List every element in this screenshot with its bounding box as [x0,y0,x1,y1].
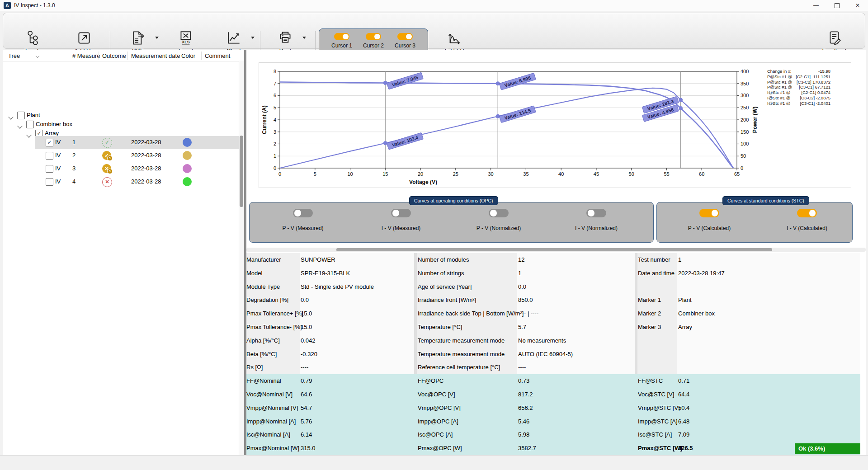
feedback-icon [826,29,844,47]
curve-switch-pvnormalized[interactable]: P - V (Normalized) [474,209,524,231]
info-label: Irradiance back side Top | Bottom [W/m²] [418,310,524,317]
tree-row-iv-4[interactable]: IV4✕2022-03-28 [3,175,241,188]
outcome-sub-badge-icon: ✕ [107,155,113,161]
checkbox[interactable] [17,112,25,119]
tree-node-combiner-box[interactable]: Combiner box [3,120,241,129]
curve-switch-ivcalculated[interactable]: I - V (Calculated) [782,209,832,231]
tree-col-header-color[interactable]: Color [181,52,195,59]
left-axis-title: Current (A) [261,105,268,134]
info-label: Isc@STC [A] [638,431,672,438]
svg-text:0: 0 [278,171,281,177]
curve-toggle[interactable] [797,209,817,217]
svg-text:6: 6 [274,93,276,98]
annotation-value: -15.98 [818,69,830,74]
print-dropdown-caret-icon[interactable] [302,37,306,41]
tree-scrollbar-thumb[interactable] [240,136,243,207]
info-value: 5.98 [518,431,529,438]
cursor-marker[interactable] [496,114,500,118]
color-swatch[interactable] [183,151,192,160]
maximize-button[interactable] [826,0,847,11]
checkbox[interactable] [46,178,53,186]
hierarchy-icon [24,29,42,47]
color-swatch[interactable] [183,177,192,186]
info-label: Pmax@OPC [W] [418,445,462,451]
tree-col-header-outcome[interactable]: Outcome [102,52,126,59]
checkbox[interactable] [46,152,53,160]
info-value: ---- [518,364,526,371]
chart-dropdown-caret-icon[interactable] [251,37,255,41]
curve-switch-ivnormalized[interactable]: I - V (Normalized) [571,209,621,231]
color-swatch[interactable] [183,164,192,173]
status-badge: Ok (3.6%) [795,443,860,454]
color-swatch[interactable] [183,138,192,147]
measurement-date: 2022-03-28 [131,139,161,146]
info-value: ---- | ---- [518,310,538,317]
table-hscrollbar-thumb[interactable] [336,248,772,251]
curve-toggle[interactable] [391,209,411,217]
checkbox[interactable]: ✓ [46,139,53,146]
opc-group-tooltip: Curves at operating conditions (OPC) [409,196,498,205]
cursor-1-toggle[interactable] [334,33,349,40]
close-button[interactable]: ✕ [847,0,868,11]
info-label: Pmax@STC [W] [638,445,682,451]
info-value: 315.0 [301,445,316,451]
app-logo-icon: A [4,2,11,9]
tree-col-header-measure[interactable]: # Measure [72,52,100,59]
curve-toggle[interactable] [699,209,719,217]
iv-chart[interactable]: 0123456780501001502002503003504000510152… [259,62,851,188]
tree-row-iv-1[interactable]: ✓IV1✓2022-03-28 [3,136,241,149]
svg-text:XLS: XLS [182,40,189,44]
curve-toggle[interactable] [293,209,313,217]
cursor-marker[interactable] [383,141,387,145]
checkbox[interactable] [46,165,53,173]
pdf-dropdown-caret-icon[interactable] [155,37,159,41]
annotation-line: I@Stc #1 @[C2-C1] 0.0474 [767,90,830,95]
cursor-2-toggle[interactable] [366,33,381,40]
cursor-marker[interactable] [679,106,683,110]
tree-node-plant[interactable]: Plant [3,111,241,120]
annotation-value: [C3-C1] 67.7121 [799,85,830,90]
info-label: Pmax@Nominal [W] [246,445,299,451]
curve-switch-pvmeasured[interactable]: P - V (Measured) [278,209,328,231]
close-icon: ✕ [855,2,860,9]
cursor-marker[interactable] [383,81,387,85]
iv-row-label: IV [55,139,61,146]
results-teal-section [246,374,860,455]
tree-col-header-date[interactable]: Measurement date [131,52,180,59]
excel-icon: XLS [177,29,194,47]
info-label: Isc@Nominal [A] [246,431,290,438]
info-label: Voc@OPC [V] [418,391,455,398]
curve-switch-pvcalculated[interactable]: P - V (Calculated) [684,209,734,231]
info-label: Vmpp@STC [V] [638,404,680,411]
annotation-label: P@Stc #1 @ [767,80,792,85]
info-value: 0.0 [518,283,526,290]
info-label: Reference cell temperature [°C] [418,364,500,371]
info-label: Degradation [%] [246,296,288,303]
svg-text:200: 200 [741,117,749,122]
cursor-3-toggle[interactable] [397,33,413,40]
cursor-3-switch[interactable]: Cursor 3 [389,33,421,49]
info-value: 64.6 [301,391,312,398]
info-label: Age of service [Year] [418,283,472,290]
table-gutter [414,253,417,374]
tree-row-iv-2[interactable]: IV2✓✕2022-03-28 [3,149,241,162]
tree-col-header-tree[interactable]: Tree [8,52,20,59]
curve-switch-ivmeasured[interactable]: I - V (Measured) [376,209,426,231]
tree-col-header-comment[interactable]: Comment [205,52,230,59]
sort-indicator-icon[interactable] [36,51,39,59]
info-label: Impp@STC [A] [638,418,678,425]
curve-toggle[interactable] [586,209,606,217]
curve-toggle[interactable] [489,209,509,217]
minimize-button[interactable]: — [806,0,826,11]
tree-row-iv-3[interactable]: IV3✕✕2022-03-28 [3,162,241,175]
cursor-2-switch[interactable]: Cursor 2 [358,33,389,49]
chart-svg: 0123456780501001502002503003504000510152… [259,63,851,187]
cursor-1-switch[interactable]: Cursor 1 [326,33,358,49]
annotation-label: P@Stc #1 @ [767,74,792,80]
info-label: Pmax Tollerance+ [%] [246,310,303,317]
svg-text:0: 0 [741,165,743,171]
cursor-marker[interactable] [496,81,500,85]
checkbox[interactable] [26,121,34,128]
cursor-marker[interactable] [679,98,683,102]
info-value: 0.042 [301,337,316,344]
